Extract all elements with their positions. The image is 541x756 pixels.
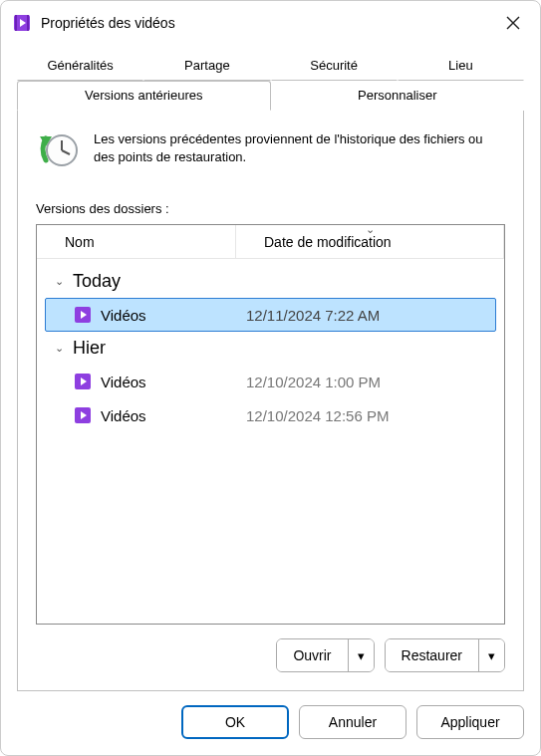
videos-folder-icon: [13, 14, 31, 32]
list-header: Nom ⌄ Date de modification: [37, 225, 504, 259]
cancel-button[interactable]: Annuler: [299, 705, 406, 739]
group-header[interactable]: ⌄ Today: [45, 265, 496, 298]
tab-customize[interactable]: Personnaliser: [271, 81, 525, 111]
close-icon: [506, 16, 520, 30]
restore-split-button: Restaurer ▾: [385, 638, 505, 672]
version-date: 12/10/2024 12:56 PM: [246, 407, 389, 424]
chevron-down-icon: ⌄: [53, 275, 65, 288]
action-row: Ouvrir ▾ Restaurer ▾: [36, 625, 505, 672]
videos-folder-icon: [73, 372, 93, 391]
group-label: Today: [73, 271, 121, 292]
version-row[interactable]: Vidéos 12/11/2024 7:22 AM: [45, 298, 496, 332]
hint-text: Les versions précédentes proviennent de …: [94, 128, 505, 166]
restore-clock-icon: [36, 128, 80, 175]
version-row[interactable]: Vidéos 12/10/2024 1:00 PM: [45, 365, 496, 398]
tab-previous-versions[interactable]: Versions antérieures: [17, 81, 271, 111]
videos-folder-icon: [73, 405, 93, 425]
apply-button[interactable]: Appliquer: [416, 705, 524, 739]
tab-sharing[interactable]: Partage: [143, 51, 270, 81]
svg-rect-2: [15, 15, 17, 31]
column-name[interactable]: Nom: [37, 225, 236, 259]
tab-security[interactable]: Sécurité: [271, 51, 398, 81]
versions-list: Nom ⌄ Date de modification ⌄ Today Vidéo…: [36, 224, 505, 625]
versions-label: Versions des dossiers :: [36, 201, 505, 216]
hint-row: Les versions précédentes proviennent de …: [36, 128, 505, 175]
version-name: Vidéos: [101, 374, 246, 390]
tab-general[interactable]: Généralités: [17, 51, 143, 81]
properties-dialog: Propriétés des vidéos Généralités Partag…: [0, 0, 541, 756]
group-header[interactable]: ⌄ Hier: [45, 332, 496, 365]
group-label: Hier: [73, 338, 106, 359]
list-body: ⌄ Today Vidéos 12/11/2024 7:22 AM ⌄ Hier: [37, 259, 504, 624]
tabs: Généralités Partage Sécurité Lieu Versio…: [1, 45, 540, 111]
videos-folder-icon: [73, 305, 93, 325]
restore-dropdown[interactable]: ▾: [478, 639, 504, 671]
tab-content: Les versions précédentes proviennent de …: [17, 111, 524, 691]
ok-button[interactable]: OK: [181, 705, 289, 739]
window-title: Propriétés des vidéos: [41, 15, 496, 31]
version-name: Vidéos: [101, 407, 246, 424]
dialog-buttons: OK Annuler Appliquer: [1, 691, 540, 755]
version-date: 12/10/2024 1:00 PM: [246, 374, 381, 390]
open-split-button: Ouvrir ▾: [276, 638, 374, 672]
caret-down-icon: ▾: [358, 648, 365, 663]
version-date: 12/11/2024 7:22 AM: [246, 307, 380, 324]
chevron-down-icon: ⌄: [53, 342, 65, 355]
tab-location[interactable]: Lieu: [398, 51, 524, 81]
titlebar: Propriétés des vidéos: [1, 1, 540, 45]
open-dropdown[interactable]: ▾: [348, 639, 374, 671]
open-button[interactable]: Ouvrir: [277, 639, 347, 671]
version-name: Vidéos: [101, 307, 246, 324]
svg-rect-3: [27, 15, 29, 31]
column-date[interactable]: ⌄ Date de modification: [236, 225, 504, 259]
restore-button[interactable]: Restaurer: [386, 639, 478, 671]
caret-down-icon: ▾: [488, 648, 495, 663]
close-button[interactable]: [496, 6, 530, 40]
version-row[interactable]: Vidéos 12/10/2024 12:56 PM: [45, 398, 496, 432]
sort-caret-icon: ⌄: [366, 224, 375, 236]
